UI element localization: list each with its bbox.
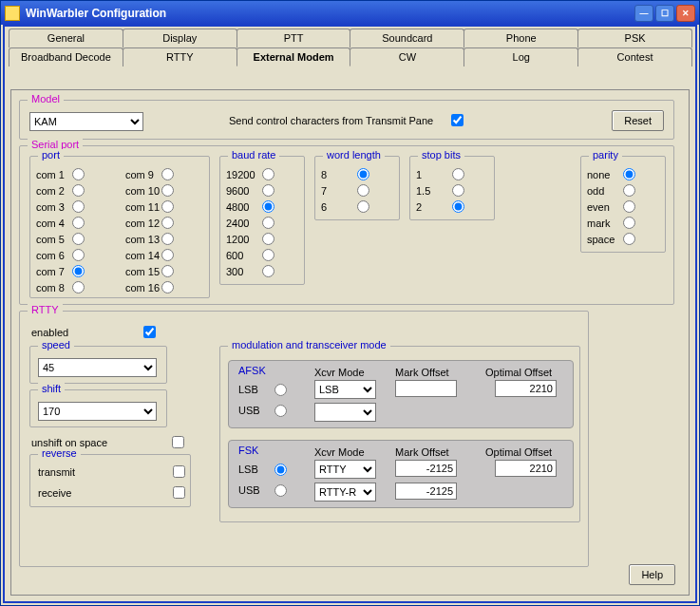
stop-group: stop bits 11.52 (409, 156, 495, 220)
port-label-com14: com 14 (125, 250, 161, 261)
port-radio-com15[interactable] (161, 265, 174, 277)
help-button[interactable]: Help (629, 564, 675, 585)
stop-radio-1[interactable] (452, 168, 464, 180)
tab-general[interactable]: General (9, 28, 123, 47)
fsk-xcvr-lsb-select[interactable]: RTTY (314, 460, 376, 479)
baud-radio-1200[interactable] (262, 233, 274, 245)
baud-radio-4800[interactable] (262, 200, 274, 213)
tab-display[interactable]: Display (123, 28, 237, 47)
port-radio-com11[interactable] (161, 200, 174, 213)
port-radio-com14[interactable] (161, 249, 174, 261)
port-label-com8: com 8 (36, 282, 72, 294)
word-radio-8[interactable] (357, 168, 369, 180)
app-icon (5, 6, 20, 21)
afsk-usb-radio[interactable] (274, 405, 287, 417)
enabled-label: enabled (31, 327, 68, 338)
port-radio-com13[interactable] (161, 233, 174, 245)
baud-radio-2400[interactable] (262, 217, 274, 229)
fsk-mark-lsb-input[interactable] (395, 460, 457, 477)
port-radio-com4[interactable] (72, 217, 85, 229)
unshift-checkbox[interactable] (172, 436, 184, 448)
model-select[interactable]: KAM (29, 112, 143, 131)
close-button[interactable]: ✕ (676, 5, 695, 22)
reset-button[interactable]: Reset (612, 110, 664, 131)
fsk-mark-usb-input[interactable] (395, 483, 457, 500)
port-radio-com3[interactable] (72, 200, 85, 213)
port-radio-com9[interactable] (161, 168, 174, 180)
port-label-com9: com 9 (125, 169, 161, 180)
parity-radio-even[interactable] (623, 200, 635, 213)
word-label-6: 6 (321, 201, 357, 213)
afsk-mark-input[interactable] (395, 380, 457, 397)
port-label-com3: com 3 (36, 201, 72, 213)
stop-legend: stop bits (418, 149, 464, 161)
port-radio-com5[interactable] (72, 233, 85, 245)
fsk-opt-input[interactable] (495, 460, 557, 477)
fsk-lsb-radio[interactable] (274, 464, 287, 476)
tab-soundcard[interactable]: Soundcard (350, 28, 464, 47)
reverse-transmit-checkbox[interactable] (173, 465, 185, 478)
word-label-7: 7 (321, 185, 357, 197)
word-radio-6[interactable] (357, 200, 369, 213)
window-title: WinWarbler Configuration (26, 7, 633, 20)
baud-label-19200: 19200 (226, 169, 262, 180)
tab-ptt[interactable]: PTT (236, 28, 351, 47)
baud-radio-300[interactable] (262, 265, 274, 277)
shift-select[interactable]: 170 (38, 402, 157, 421)
port-label-com11: com 11 (125, 201, 161, 213)
port-label-com10: com 10 (125, 185, 161, 197)
parity-label-mark: mark (587, 218, 623, 229)
reverse-receive-checkbox[interactable] (173, 486, 185, 499)
fsk-panel: FSK LSB USB Xcvr Mode RTTY RTTY-R Mark O… (228, 440, 574, 508)
maximize-button[interactable]: ☐ (655, 5, 674, 22)
afsk-xcvr-lsb-select[interactable]: LSB (314, 380, 376, 399)
port-radio-com16[interactable] (161, 281, 174, 294)
stop-radio-1.5[interactable] (452, 184, 464, 197)
minimize-button[interactable]: — (634, 5, 653, 22)
parity-group: parity noneoddevenmarkspace (580, 156, 666, 253)
reverse-transmit-label: transmit (38, 466, 75, 478)
tab-psk[interactable]: PSK (577, 28, 692, 47)
port-radio-com8[interactable] (72, 281, 85, 294)
parity-radio-mark[interactable] (623, 217, 635, 229)
baud-radio-600[interactable] (262, 249, 274, 261)
parity-radio-odd[interactable] (623, 184, 635, 197)
rtty-group: RTTY enabled speed 45 shift 170 (19, 311, 589, 567)
port-radio-com7[interactable] (72, 265, 85, 277)
port-radio-com12[interactable] (161, 217, 174, 229)
tab-broadband-decode[interactable]: Broadband Decode (9, 47, 123, 66)
send-ctrl-checkbox[interactable] (451, 114, 464, 126)
afsk-lsb-label: LSB (238, 384, 274, 395)
tab-phone[interactable]: Phone (464, 28, 578, 47)
parity-radio-space[interactable] (623, 233, 635, 245)
port-label-com1: com 1 (36, 169, 72, 180)
speed-group: speed 45 (29, 346, 167, 384)
port-label-com2: com 2 (36, 185, 72, 197)
tab-log[interactable]: Log (464, 47, 578, 66)
afsk-opt-input[interactable] (495, 380, 557, 397)
speed-select[interactable]: 45 (38, 358, 157, 377)
baud-label-1200: 1200 (226, 234, 262, 245)
baud-legend: baud rate (228, 149, 279, 161)
tab-cw[interactable]: CW (350, 47, 464, 66)
baud-radio-9600[interactable] (262, 184, 274, 197)
port-radio-com6[interactable] (72, 249, 85, 261)
port-group: port com 1com 2com 3com 4com 5com 6com 7… (29, 156, 210, 298)
fsk-xcvr-usb-select[interactable]: RTTY-R (314, 483, 376, 502)
stop-radio-2[interactable] (452, 200, 464, 213)
word-radio-7[interactable] (357, 184, 369, 197)
tab-rtty[interactable]: RTTY (123, 47, 237, 66)
baud-radio-19200[interactable] (262, 168, 274, 180)
port-radio-com10[interactable] (161, 184, 174, 197)
afsk-xcvr-usb-select[interactable] (314, 403, 376, 422)
port-radio-com2[interactable] (72, 184, 85, 197)
port-radio-com1[interactable] (72, 168, 85, 180)
enabled-checkbox[interactable] (143, 326, 156, 338)
afsk-lsb-radio[interactable] (274, 384, 287, 396)
tab-external-modem[interactable]: External Modem (236, 47, 351, 66)
parity-radio-none[interactable] (623, 168, 635, 180)
parity-label-none: none (587, 169, 623, 180)
fsk-usb-radio[interactable] (274, 484, 287, 497)
tab-contest[interactable]: Contest (577, 47, 692, 66)
baud-label-2400: 2400 (226, 218, 262, 229)
